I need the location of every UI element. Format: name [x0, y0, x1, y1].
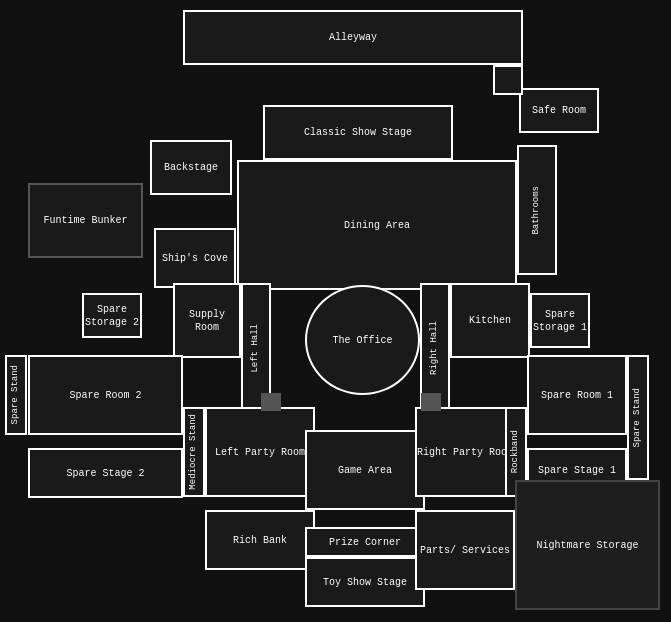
- toy-show-stage: Toy Show Stage: [305, 557, 425, 607]
- rockband-label: Rockband: [510, 430, 522, 473]
- funtime-bunker: Funtime Bunker: [28, 183, 143, 258]
- spare-room-1-label: Spare Room 1: [541, 389, 613, 402]
- nightmare-storage: Nightmare Storage: [515, 480, 660, 610]
- rich-bank: Rich Bank: [205, 510, 315, 570]
- spare-room-2: Spare Room 2: [28, 355, 183, 435]
- classic-show-stage: Classic Show Stage: [263, 105, 453, 160]
- bathrooms: Bathrooms: [517, 145, 557, 275]
- parts-services: Parts/ Services: [415, 510, 515, 590]
- prize-corner-label: Prize Corner: [329, 536, 401, 549]
- alleyway: Alleyway: [183, 10, 523, 65]
- kitchen-label: Kitchen: [469, 314, 511, 327]
- mediocre-stand: Mediocre Stand: [183, 407, 205, 497]
- spare-room-1: Spare Room 1: [527, 355, 627, 435]
- right-hall-label: Right Hall: [429, 321, 441, 375]
- prize-corner: Prize Corner: [305, 527, 425, 557]
- right-party-room: Right Party Room: [415, 407, 515, 497]
- spare-stand-right-label: Spare Stand: [632, 388, 644, 447]
- supply-room-label: Supply Room: [175, 308, 239, 334]
- spare-stage-2-label: Spare Stage 2: [66, 467, 144, 480]
- safe-room-label: Safe Room: [532, 104, 586, 117]
- spare-stage-1-label: Spare Stage 1: [538, 464, 616, 477]
- safe-room: Safe Room: [519, 88, 599, 133]
- mediocre-stand-label: Mediocre Stand: [188, 414, 200, 490]
- game-area-label: Game Area: [338, 464, 392, 477]
- toy-show-stage-label: Toy Show Stage: [323, 576, 407, 589]
- left-party-room-label: Left Party Room: [215, 446, 305, 459]
- dining-area-label: Dining Area: [344, 219, 410, 232]
- spare-stand-right: Spare Stand: [627, 355, 649, 480]
- bathrooms-label: Bathrooms: [531, 186, 543, 235]
- spare-storage-1-label: Spare Storage 1: [532, 308, 588, 334]
- game-area: Game Area: [305, 430, 425, 510]
- spare-stand-left: Spare Stand: [5, 355, 27, 435]
- spare-storage-2-label: Spare Storage 2: [84, 303, 140, 329]
- supply-room: Supply Room: [173, 283, 241, 358]
- map-container: AlleywaySafe RoomBackstageClassic Show S…: [0, 0, 671, 622]
- spare-storage-1: Spare Storage 1: [530, 293, 590, 348]
- spare-stand-left-label: Spare Stand: [10, 365, 22, 424]
- kitchen: Kitchen: [450, 283, 530, 358]
- alleyway-label: Alleyway: [329, 31, 377, 44]
- left-hall-label: Left Hall: [250, 324, 262, 373]
- rich-bank-label: Rich Bank: [233, 534, 287, 547]
- spare-stage-2: Spare Stage 2: [28, 448, 183, 498]
- left-hall-connector: [261, 393, 281, 411]
- dining-area: Dining Area: [237, 160, 517, 290]
- ships-cove-label: Ship's Cove: [162, 252, 228, 265]
- nightmare-storage-label: Nightmare Storage: [536, 539, 638, 552]
- right-party-room-label: Right Party Room: [417, 446, 513, 459]
- parts-services-label: Parts/ Services: [420, 544, 510, 557]
- funtime-bunker-label: Funtime Bunker: [43, 214, 127, 227]
- left-party-room: Left Party Room: [205, 407, 315, 497]
- right-hall-connector: [421, 393, 441, 411]
- top-connector: [493, 65, 523, 95]
- spare-storage-2: Spare Storage 2: [82, 293, 142, 338]
- classic-show-stage-label: Classic Show Stage: [304, 126, 412, 139]
- backstage-label: Backstage: [164, 161, 218, 174]
- ships-cove: Ship's Cove: [154, 228, 236, 288]
- spare-room-2-label: Spare Room 2: [69, 389, 141, 402]
- the-office: The Office: [305, 285, 420, 395]
- the-office-label: The Office: [332, 334, 392, 347]
- backstage: Backstage: [150, 140, 232, 195]
